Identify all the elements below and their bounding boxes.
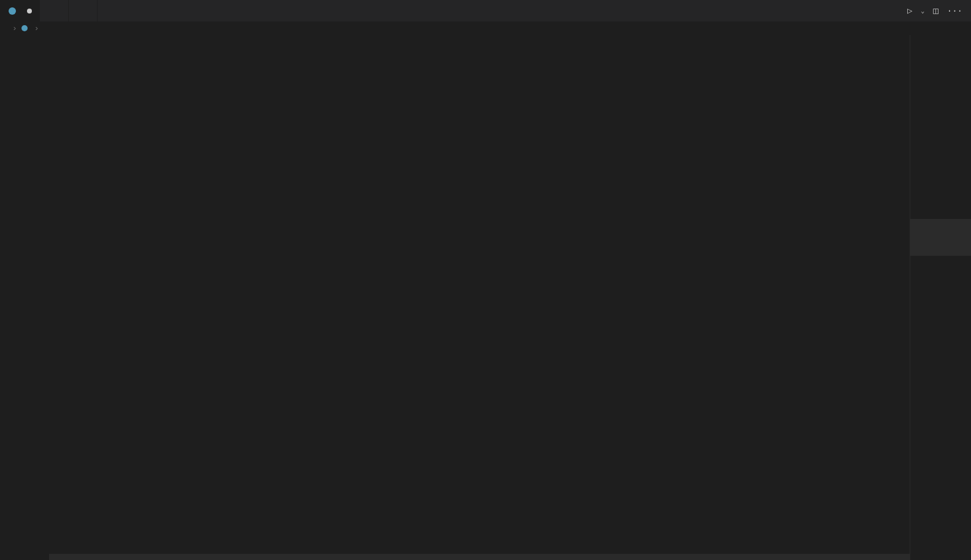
minimap[interactable] (910, 35, 971, 560)
code-area[interactable] (49, 35, 910, 560)
tab-train-py[interactable] (0, 0, 40, 21)
minimap-content (910, 35, 971, 37)
breadcrumbs[interactable]: › › (0, 21, 971, 35)
chevron-right-icon: › (12, 24, 17, 33)
editor (0, 35, 971, 560)
run-dropdown-icon[interactable]: ⌄ (921, 7, 924, 15)
chevron-right-icon: › (34, 24, 39, 33)
run-icon[interactable]: ▷ (907, 6, 912, 16)
editor-actions: ▷ ⌄ ◫ ··· (907, 0, 971, 21)
modified-dot-icon (27, 9, 32, 13)
python-icon (20, 23, 29, 33)
minimap-viewport[interactable] (910, 219, 971, 256)
tab-logs-json[interactable] (69, 0, 98, 21)
horizontal-scrollbar[interactable] (49, 554, 910, 560)
split-editor-icon[interactable]: ◫ (933, 6, 938, 16)
line-number-gutter[interactable] (0, 35, 49, 560)
svg-point-1 (21, 25, 28, 31)
tab-settings[interactable] (40, 0, 69, 21)
more-icon[interactable]: ··· (947, 6, 962, 16)
tabs-bar: ▷ ⌄ ◫ ··· (0, 0, 971, 21)
json-icon (76, 6, 86, 16)
python-icon (7, 6, 17, 16)
svg-point-0 (9, 7, 16, 15)
settings-icon (47, 6, 57, 16)
